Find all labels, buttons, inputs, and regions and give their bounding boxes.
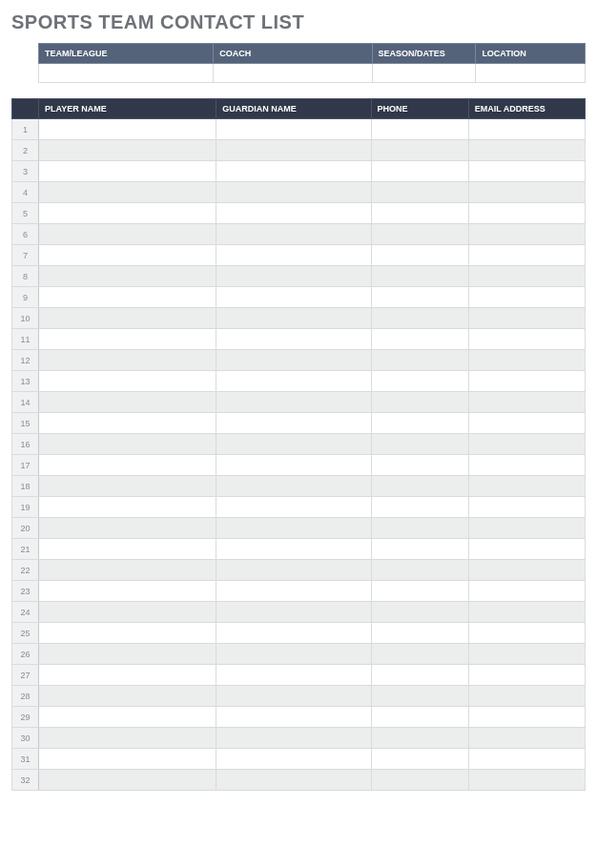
cell-player[interactable] bbox=[39, 476, 216, 497]
cell-guardian[interactable] bbox=[216, 644, 371, 665]
cell-guardian[interactable] bbox=[216, 329, 371, 350]
cell-guardian[interactable] bbox=[216, 560, 371, 581]
cell-email[interactable] bbox=[468, 329, 585, 350]
cell-phone[interactable] bbox=[371, 329, 468, 350]
cell-phone[interactable] bbox=[371, 539, 468, 560]
cell-phone[interactable] bbox=[371, 287, 468, 308]
cell-guardian[interactable] bbox=[216, 539, 371, 560]
cell-player[interactable] bbox=[39, 140, 216, 161]
cell-email[interactable] bbox=[468, 518, 585, 539]
cell-email[interactable] bbox=[468, 245, 585, 266]
cell-guardian[interactable] bbox=[216, 287, 371, 308]
info-cell-team[interactable] bbox=[39, 64, 214, 83]
cell-player[interactable] bbox=[39, 581, 216, 602]
cell-email[interactable] bbox=[468, 140, 585, 161]
cell-guardian[interactable] bbox=[216, 770, 371, 791]
cell-phone[interactable] bbox=[371, 770, 468, 791]
cell-phone[interactable] bbox=[371, 203, 468, 224]
cell-guardian[interactable] bbox=[216, 161, 371, 182]
cell-phone[interactable] bbox=[371, 434, 468, 455]
cell-phone[interactable] bbox=[371, 497, 468, 518]
cell-player[interactable] bbox=[39, 623, 216, 644]
cell-guardian[interactable] bbox=[216, 749, 371, 770]
cell-phone[interactable] bbox=[371, 455, 468, 476]
info-cell-season[interactable] bbox=[372, 64, 476, 83]
cell-phone[interactable] bbox=[371, 392, 468, 413]
cell-email[interactable] bbox=[468, 308, 585, 329]
cell-email[interactable] bbox=[468, 350, 585, 371]
cell-player[interactable] bbox=[39, 518, 216, 539]
cell-phone[interactable] bbox=[371, 518, 468, 539]
cell-guardian[interactable] bbox=[216, 728, 371, 749]
cell-player[interactable] bbox=[39, 560, 216, 581]
cell-guardian[interactable] bbox=[216, 350, 371, 371]
cell-player[interactable] bbox=[39, 497, 216, 518]
cell-guardian[interactable] bbox=[216, 308, 371, 329]
cell-phone[interactable] bbox=[371, 581, 468, 602]
cell-guardian[interactable] bbox=[216, 665, 371, 686]
cell-player[interactable] bbox=[39, 539, 216, 560]
cell-player[interactable] bbox=[39, 770, 216, 791]
cell-guardian[interactable] bbox=[216, 392, 371, 413]
cell-email[interactable] bbox=[468, 644, 585, 665]
cell-player[interactable] bbox=[39, 707, 216, 728]
cell-guardian[interactable] bbox=[216, 140, 371, 161]
info-cell-location[interactable] bbox=[476, 64, 586, 83]
cell-phone[interactable] bbox=[371, 413, 468, 434]
cell-email[interactable] bbox=[468, 203, 585, 224]
cell-player[interactable] bbox=[39, 245, 216, 266]
cell-guardian[interactable] bbox=[216, 413, 371, 434]
cell-player[interactable] bbox=[39, 392, 216, 413]
cell-phone[interactable] bbox=[371, 140, 468, 161]
cell-phone[interactable] bbox=[371, 602, 468, 623]
cell-email[interactable] bbox=[468, 287, 585, 308]
cell-phone[interactable] bbox=[371, 560, 468, 581]
cell-player[interactable] bbox=[39, 371, 216, 392]
cell-email[interactable] bbox=[468, 455, 585, 476]
cell-guardian[interactable] bbox=[216, 497, 371, 518]
cell-phone[interactable] bbox=[371, 644, 468, 665]
cell-email[interactable] bbox=[468, 413, 585, 434]
cell-player[interactable] bbox=[39, 728, 216, 749]
cell-player[interactable] bbox=[39, 287, 216, 308]
cell-email[interactable] bbox=[468, 602, 585, 623]
cell-email[interactable] bbox=[468, 707, 585, 728]
cell-email[interactable] bbox=[468, 749, 585, 770]
cell-guardian[interactable] bbox=[216, 686, 371, 707]
cell-player[interactable] bbox=[39, 644, 216, 665]
cell-phone[interactable] bbox=[371, 371, 468, 392]
cell-player[interactable] bbox=[39, 224, 216, 245]
cell-guardian[interactable] bbox=[216, 623, 371, 644]
cell-email[interactable] bbox=[468, 476, 585, 497]
cell-guardian[interactable] bbox=[216, 266, 371, 287]
cell-player[interactable] bbox=[39, 413, 216, 434]
cell-player[interactable] bbox=[39, 434, 216, 455]
cell-player[interactable] bbox=[39, 308, 216, 329]
cell-email[interactable] bbox=[468, 665, 585, 686]
cell-email[interactable] bbox=[468, 686, 585, 707]
cell-player[interactable] bbox=[39, 455, 216, 476]
cell-phone[interactable] bbox=[371, 119, 468, 140]
cell-guardian[interactable] bbox=[216, 182, 371, 203]
cell-phone[interactable] bbox=[371, 245, 468, 266]
cell-phone[interactable] bbox=[371, 665, 468, 686]
cell-guardian[interactable] bbox=[216, 518, 371, 539]
cell-guardian[interactable] bbox=[216, 119, 371, 140]
cell-email[interactable] bbox=[468, 182, 585, 203]
cell-player[interactable] bbox=[39, 119, 216, 140]
cell-player[interactable] bbox=[39, 749, 216, 770]
cell-player[interactable] bbox=[39, 686, 216, 707]
cell-guardian[interactable] bbox=[216, 581, 371, 602]
cell-guardian[interactable] bbox=[216, 224, 371, 245]
cell-player[interactable] bbox=[39, 182, 216, 203]
cell-player[interactable] bbox=[39, 329, 216, 350]
cell-phone[interactable] bbox=[371, 161, 468, 182]
cell-email[interactable] bbox=[468, 623, 585, 644]
cell-phone[interactable] bbox=[371, 224, 468, 245]
cell-phone[interactable] bbox=[371, 476, 468, 497]
cell-email[interactable] bbox=[468, 560, 585, 581]
cell-phone[interactable] bbox=[371, 266, 468, 287]
cell-guardian[interactable] bbox=[216, 455, 371, 476]
cell-phone[interactable] bbox=[371, 728, 468, 749]
cell-player[interactable] bbox=[39, 665, 216, 686]
